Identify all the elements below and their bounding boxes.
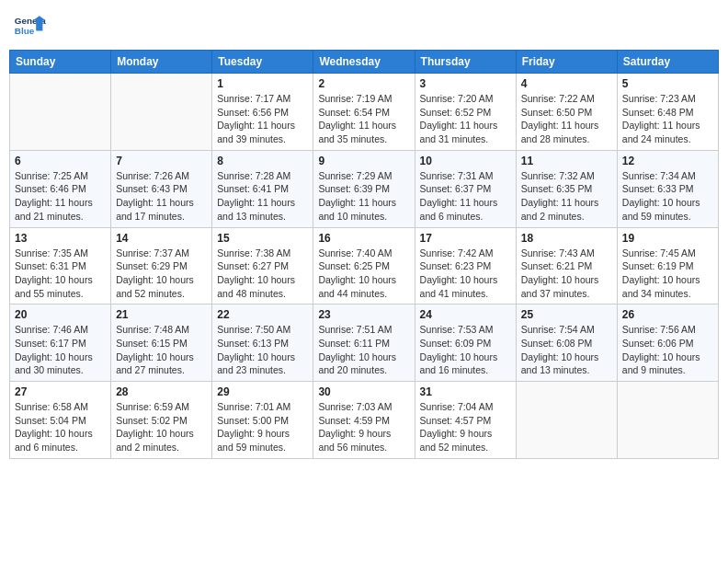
day-number: 26 [622,308,713,321]
calendar-day-cell: 9Sunrise: 7:29 AMSunset: 6:39 PMDaylight… [313,150,415,227]
day-number: 14 [116,232,207,245]
day-number: 7 [116,155,207,167]
day-detail: Sunrise: 7:42 AMSunset: 6:23 PMDaylight:… [420,247,511,301]
day-number: 11 [521,155,612,167]
calendar-table: SundayMondayTuesdayWednesdayThursdayFrid… [9,50,719,459]
weekday-header: Wednesday [313,51,415,74]
logo-icon: General Blue [13,9,46,42]
calendar-week-row: 6Sunrise: 7:25 AMSunset: 6:46 PMDaylight… [10,150,719,227]
calendar-week-row: 27Sunrise: 6:58 AMSunset: 5:04 PMDayligh… [10,382,719,459]
weekday-header: Monday [111,51,212,74]
day-detail: Sunrise: 7:19 AMSunset: 6:54 PMDaylight:… [318,92,409,146]
calendar-day-cell: 3Sunrise: 7:20 AMSunset: 6:52 PMDaylight… [415,74,516,151]
calendar-day-cell: 16Sunrise: 7:40 AMSunset: 6:25 PMDayligh… [313,227,415,304]
calendar-day-cell: 22Sunrise: 7:50 AMSunset: 6:13 PMDayligh… [212,304,313,382]
calendar-day-cell [516,382,617,459]
calendar-week-row: 13Sunrise: 7:35 AMSunset: 6:31 PMDayligh… [10,227,719,304]
day-number: 17 [420,232,511,245]
calendar-day-cell: 4Sunrise: 7:22 AMSunset: 6:50 PMDaylight… [516,74,617,151]
calendar-day-cell: 18Sunrise: 7:43 AMSunset: 6:21 PMDayligh… [516,227,617,304]
page-header: General Blue [9,9,719,42]
day-detail: Sunrise: 7:26 AMSunset: 6:43 PMDaylight:… [116,169,207,224]
calendar-day-cell [617,382,718,459]
day-number: 20 [15,308,106,321]
day-number: 16 [318,232,409,245]
day-detail: Sunrise: 7:23 AMSunset: 6:48 PMDaylight:… [622,92,713,146]
day-number: 8 [217,155,308,167]
day-number: 23 [318,308,409,321]
calendar-day-cell [10,74,111,151]
day-number: 6 [15,155,106,167]
day-detail: Sunrise: 7:31 AMSunset: 6:37 PMDaylight:… [420,169,511,224]
calendar-day-cell: 13Sunrise: 7:35 AMSunset: 6:31 PMDayligh… [10,227,111,304]
day-number: 1 [217,77,308,90]
day-number: 10 [420,155,511,167]
day-number: 24 [420,308,511,321]
day-number: 13 [15,232,106,245]
day-detail: Sunrise: 7:38 AMSunset: 6:27 PMDaylight:… [217,247,308,301]
day-detail: Sunrise: 7:56 AMSunset: 6:06 PMDaylight:… [622,323,713,377]
day-detail: Sunrise: 7:29 AMSunset: 6:39 PMDaylight:… [318,169,409,224]
day-detail: Sunrise: 7:45 AMSunset: 6:19 PMDaylight:… [622,247,713,301]
calendar-day-cell [111,74,212,151]
day-number: 3 [420,77,511,90]
day-number: 9 [318,155,409,167]
day-detail: Sunrise: 6:59 AMSunset: 5:02 PMDaylight:… [116,400,207,454]
calendar-day-cell: 19Sunrise: 7:45 AMSunset: 6:19 PMDayligh… [617,227,718,304]
day-detail: Sunrise: 7:28 AMSunset: 6:41 PMDaylight:… [217,169,308,224]
svg-text:Blue: Blue [15,26,35,36]
day-number: 21 [116,308,207,321]
day-number: 28 [116,385,207,398]
calendar-day-cell: 2Sunrise: 7:19 AMSunset: 6:54 PMDaylight… [313,74,415,151]
day-detail: Sunrise: 7:34 AMSunset: 6:33 PMDaylight:… [622,169,713,224]
logo: General Blue [13,9,50,42]
day-number: 25 [521,308,612,321]
day-detail: Sunrise: 7:43 AMSunset: 6:21 PMDaylight:… [521,247,612,301]
day-number: 5 [622,77,713,90]
day-detail: Sunrise: 7:35 AMSunset: 6:31 PMDaylight:… [15,247,106,301]
calendar-day-cell: 27Sunrise: 6:58 AMSunset: 5:04 PMDayligh… [10,382,111,459]
weekday-header: Tuesday [212,51,313,74]
day-number: 22 [217,308,308,321]
day-detail: Sunrise: 7:53 AMSunset: 6:09 PMDaylight:… [420,323,511,377]
calendar-day-cell: 25Sunrise: 7:54 AMSunset: 6:08 PMDayligh… [516,304,617,382]
weekday-header: Saturday [617,51,718,74]
calendar-day-cell: 8Sunrise: 7:28 AMSunset: 6:41 PMDaylight… [212,150,313,227]
day-number: 30 [318,385,409,398]
day-number: 19 [622,232,713,245]
weekday-header: Sunday [10,51,111,74]
calendar-day-cell: 6Sunrise: 7:25 AMSunset: 6:46 PMDaylight… [10,150,111,227]
day-detail: Sunrise: 7:20 AMSunset: 6:52 PMDaylight:… [420,92,511,146]
weekday-header: Thursday [415,51,516,74]
calendar-day-cell: 30Sunrise: 7:03 AMSunset: 4:59 PMDayligh… [313,382,415,459]
calendar-day-cell: 1Sunrise: 7:17 AMSunset: 6:56 PMDaylight… [212,74,313,151]
calendar-header-row: SundayMondayTuesdayWednesdayThursdayFrid… [10,51,719,74]
day-detail: Sunrise: 7:17 AMSunset: 6:56 PMDaylight:… [217,92,308,146]
day-number: 12 [622,155,713,167]
day-detail: Sunrise: 7:37 AMSunset: 6:29 PMDaylight:… [116,247,207,301]
day-detail: Sunrise: 7:51 AMSunset: 6:11 PMDaylight:… [318,323,409,377]
day-detail: Sunrise: 7:25 AMSunset: 6:46 PMDaylight:… [15,169,106,224]
day-number: 2 [318,77,409,90]
calendar-day-cell: 28Sunrise: 6:59 AMSunset: 5:02 PMDayligh… [111,382,212,459]
day-detail: Sunrise: 7:40 AMSunset: 6:25 PMDaylight:… [318,247,409,301]
calendar-day-cell: 21Sunrise: 7:48 AMSunset: 6:15 PMDayligh… [111,304,212,382]
day-detail: Sunrise: 7:03 AMSunset: 4:59 PMDaylight:… [318,400,409,454]
calendar-day-cell: 5Sunrise: 7:23 AMSunset: 6:48 PMDaylight… [617,74,718,151]
day-detail: Sunrise: 7:54 AMSunset: 6:08 PMDaylight:… [521,323,612,377]
calendar-day-cell: 7Sunrise: 7:26 AMSunset: 6:43 PMDaylight… [111,150,212,227]
day-detail: Sunrise: 7:32 AMSunset: 6:35 PMDaylight:… [521,169,612,224]
calendar-day-cell: 26Sunrise: 7:56 AMSunset: 6:06 PMDayligh… [617,304,718,382]
calendar-day-cell: 11Sunrise: 7:32 AMSunset: 6:35 PMDayligh… [516,150,617,227]
day-number: 29 [217,385,308,398]
day-detail: Sunrise: 7:01 AMSunset: 5:00 PMDaylight:… [217,400,308,454]
calendar-day-cell: 23Sunrise: 7:51 AMSunset: 6:11 PMDayligh… [313,304,415,382]
day-detail: Sunrise: 7:50 AMSunset: 6:13 PMDaylight:… [217,323,308,377]
calendar-day-cell: 17Sunrise: 7:42 AMSunset: 6:23 PMDayligh… [415,227,516,304]
calendar-day-cell: 24Sunrise: 7:53 AMSunset: 6:09 PMDayligh… [415,304,516,382]
day-detail: Sunrise: 6:58 AMSunset: 5:04 PMDaylight:… [15,400,106,454]
calendar-day-cell: 31Sunrise: 7:04 AMSunset: 4:57 PMDayligh… [415,382,516,459]
day-detail: Sunrise: 7:46 AMSunset: 6:17 PMDaylight:… [15,323,106,377]
day-detail: Sunrise: 7:22 AMSunset: 6:50 PMDaylight:… [521,92,612,146]
calendar-day-cell: 20Sunrise: 7:46 AMSunset: 6:17 PMDayligh… [10,304,111,382]
